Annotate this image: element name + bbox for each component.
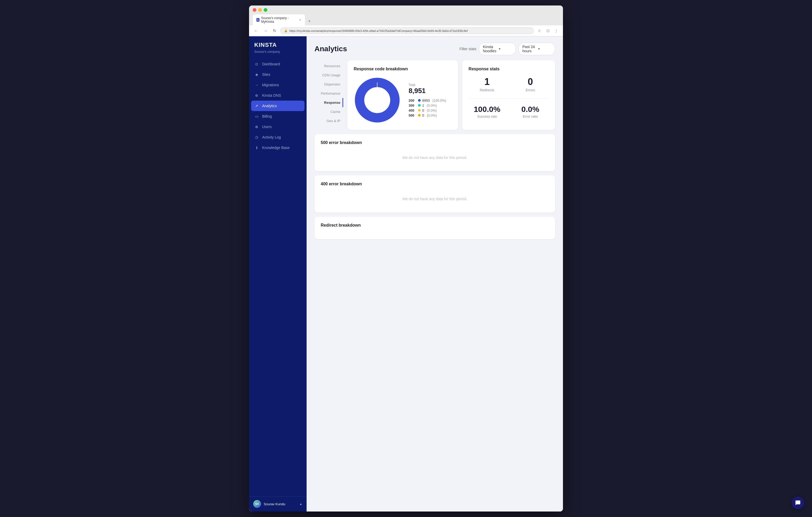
total-label: Total xyxy=(409,83,446,87)
url-text: https://my.kinsta.com/analytics/response… xyxy=(289,29,468,32)
legend-percent-300: (0.0%) xyxy=(427,103,437,108)
subnav-dispersion[interactable]: Dispersion xyxy=(314,80,343,89)
time-filter-value: Past 24 hours xyxy=(522,45,536,53)
time-filter-select[interactable]: Past 24 hours ▼ xyxy=(519,42,555,55)
svg-point-3 xyxy=(365,87,390,113)
error-400-title: 400 error breakdown xyxy=(321,182,549,186)
subnav-cdn-usage[interactable]: CDN Usage xyxy=(314,70,343,80)
header-filters: Filter stats Kinsta Noodles ▼ Past 24 ho… xyxy=(459,42,555,55)
chat-icon xyxy=(795,500,801,506)
sidebar-label-users: Users xyxy=(262,125,272,129)
subnav-response[interactable]: Response xyxy=(314,98,343,107)
minimize-button[interactable] xyxy=(258,8,262,12)
address-bar: ← → ↻ 🔒 https://my.kinsta.com/analytics/… xyxy=(249,25,563,36)
donut-chart xyxy=(354,77,401,124)
response-stats-title: Response stats xyxy=(468,67,549,71)
sidebar-label-billing: Billing xyxy=(262,114,272,118)
extensions-icon[interactable]: ⬡ xyxy=(545,28,551,34)
subnav-cache[interactable]: Cache xyxy=(314,107,343,116)
time-filter-chevron: ▼ xyxy=(538,47,551,51)
sidebar-item-activity-log[interactable]: ◷ Activity Log xyxy=(249,132,307,143)
avatar: SK xyxy=(253,500,261,508)
redirect-title: Redirect breakdown xyxy=(321,223,549,227)
sidebar-user-footer[interactable]: SK Sourav Kundu ▲ xyxy=(249,496,307,512)
response-breakdown-card: Response code breakdown xyxy=(347,60,458,130)
legend-percent-500: (0.0%) xyxy=(427,114,437,117)
tab-close-button[interactable]: ✕ xyxy=(299,18,301,22)
tab-label: Sourav's company - MyKinsta xyxy=(261,16,297,24)
error-400-card: 400 error breakdown We do not have any d… xyxy=(314,175,555,213)
sidebar-label-sites: Sites xyxy=(262,72,270,77)
sidebar-item-sites[interactable]: ◈ Sites xyxy=(249,69,307,80)
sidebar-item-users[interactable]: ⊕ Users xyxy=(249,122,307,132)
browser-chrome: K Sourav's company - MyKinsta ✕ + xyxy=(249,5,563,25)
browser-tabs: K Sourav's company - MyKinsta ✕ + xyxy=(253,14,559,25)
analytics-icon: ↗ xyxy=(254,103,259,108)
main-row: Resources CDN Usage Dispersion Performan… xyxy=(314,60,555,130)
donut-chart-container: Total 8,951 200 8950 (100.0%) xyxy=(354,77,452,124)
redirect-card: Redirect breakdown xyxy=(314,217,555,239)
company-name: Sourav's company xyxy=(249,50,307,58)
kinsta-dns-icon: ⊛ xyxy=(254,93,259,98)
legend-item-400: 400 0 (0.0%) xyxy=(409,109,446,112)
redirects-value: 1 xyxy=(468,77,505,87)
new-tab-button[interactable]: + xyxy=(306,17,313,25)
site-filter-chevron: ▼ xyxy=(498,47,512,51)
legend-item-500: 500 0 (0.0%) xyxy=(409,114,446,117)
redirects-stat: 1 Redirects xyxy=(468,77,505,92)
error-ratio-stat: 0.0% Error ratio xyxy=(512,105,549,118)
error-ratio-value: 0.0% xyxy=(512,105,549,114)
error-500-card: 500 error breakdown We do not have any d… xyxy=(314,134,555,171)
subnav-performance[interactable]: Performance xyxy=(314,89,343,98)
forward-button[interactable]: → xyxy=(262,28,269,34)
main-content: Analytics Filter stats Kinsta Noodles ▼ … xyxy=(307,36,563,512)
sidebar-navigation: ⊙ Dashboard ◈ Sites → Migrations ⊛ Kinst… xyxy=(249,58,307,496)
sidebar-label-activity-log: Activity Log xyxy=(262,135,281,139)
site-filter-select[interactable]: Kinsta Noodles ▼ xyxy=(479,42,516,55)
response-stats-card: Response stats 1 Redirects 0 Errors xyxy=(462,60,555,130)
reload-button[interactable]: ↻ xyxy=(271,28,278,34)
chat-button[interactable] xyxy=(791,497,804,509)
sidebar-item-analytics[interactable]: ↗ Analytics xyxy=(251,101,304,111)
url-bar[interactable]: 🔒 https://my.kinsta.com/analytics/respon… xyxy=(280,27,534,34)
legend-dot-200 xyxy=(418,99,420,102)
page-header: Analytics Filter stats Kinsta Noodles ▼ … xyxy=(307,36,563,60)
page-title: Analytics xyxy=(314,45,347,53)
legend-code-500: 500 xyxy=(409,114,416,117)
sidebar: KINSTA Sourav's company ⊙ Dashboard ◈ Si… xyxy=(249,36,307,512)
legend-dot-400 xyxy=(418,109,420,112)
bookmark-icon[interactable]: ☆ xyxy=(536,28,543,34)
legend-code-200: 200 xyxy=(409,98,416,102)
subnav-resources[interactable]: Resources xyxy=(314,61,343,70)
legend-count-300: 1 xyxy=(422,103,424,108)
sidebar-item-knowledge-base[interactable]: ℹ Knowledge Base xyxy=(249,143,307,153)
legend-item-300: 300 1 (0.0%) xyxy=(409,103,446,108)
success-rate-stat: 100.0% Success rate xyxy=(468,105,505,118)
active-tab[interactable]: K Sourav's company - MyKinsta ✕ xyxy=(253,14,305,25)
menu-icon[interactable]: ⋮ xyxy=(553,28,559,34)
sidebar-label-dashboard: Dashboard xyxy=(262,62,280,66)
errors-label: Errors xyxy=(512,88,549,92)
back-button[interactable]: ← xyxy=(253,28,260,34)
sidebar-item-migrations[interactable]: → Migrations xyxy=(249,80,307,90)
browser-window: K Sourav's company - MyKinsta ✕ + ← → ↻ … xyxy=(249,5,563,512)
sidebar-label-analytics: Analytics xyxy=(262,104,277,108)
user-name: Sourav Kundu xyxy=(264,502,297,506)
response-breakdown-title: Response code breakdown xyxy=(354,67,452,71)
legend-dot-300 xyxy=(418,104,420,107)
sidebar-item-billing[interactable]: ▭ Billing xyxy=(249,111,307,122)
sidebar-item-dashboard[interactable]: ⊙ Dashboard xyxy=(249,59,307,69)
dashboard-icon: ⊙ xyxy=(254,62,259,66)
legend-dot-500 xyxy=(418,114,420,117)
legend-count-500: 0 xyxy=(422,114,424,117)
total-value: 8,951 xyxy=(409,87,446,95)
error-ratio-label: Error ratio xyxy=(512,115,549,118)
maximize-button[interactable] xyxy=(264,8,267,12)
donut-legend: Total 8,951 200 8950 (100.0%) xyxy=(409,83,446,117)
close-button[interactable] xyxy=(253,8,256,12)
sidebar-item-kinsta-dns[interactable]: ⊛ Kinsta DNS xyxy=(249,90,307,101)
subnav-geo-ip[interactable]: Geo & IP xyxy=(314,116,343,125)
sidebar-logo: KINSTA xyxy=(249,36,307,50)
legend-code-400: 400 xyxy=(409,109,416,112)
legend-code-300: 300 xyxy=(409,103,416,108)
